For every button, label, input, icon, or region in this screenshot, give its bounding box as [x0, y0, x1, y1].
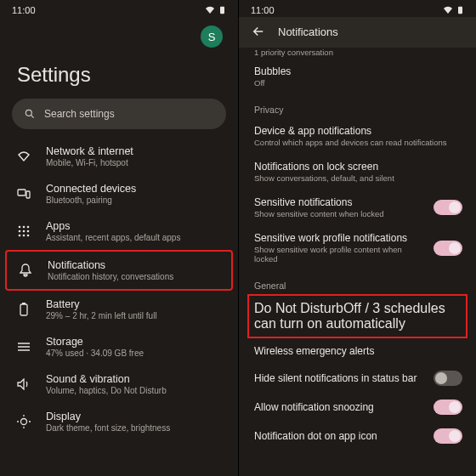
status-icons: [205, 6, 226, 14]
battery-icon: [456, 6, 464, 14]
row-bubbles[interactable]: BubblesOff: [239, 59, 476, 94]
row-label: Sensitive notifications: [254, 196, 427, 208]
svg-point-6: [23, 226, 26, 229]
svg-point-13: [27, 235, 30, 237]
display-icon: [15, 415, 32, 428]
wifi-icon: [15, 150, 32, 162]
row-wea[interactable]: Wireless emergency alerts: [239, 338, 476, 364]
item-battery[interactable]: Battery29% – 2 hr, 2 min left until full: [5, 291, 233, 328]
section-privacy: Privacy: [239, 94, 476, 118]
svg-point-11: [19, 235, 21, 237]
svg-rect-0: [220, 7, 224, 14]
row-label: Bubbles: [254, 65, 462, 77]
notifications-screen: 11:00 Notifications 1 priority conversat…: [238, 0, 476, 476]
item-connected[interactable]: Connected devicesBluetooth, pairing: [5, 175, 233, 212]
item-sub: 29% – 2 hr, 2 min left until full: [46, 311, 224, 320]
item-label: Storage: [46, 336, 224, 348]
svg-rect-24: [458, 7, 462, 14]
item-sub: Dark theme, font size, brightness: [46, 423, 224, 433]
row-device-app[interactable]: Device & app notificationsControl which …: [239, 118, 476, 154]
item-sub: Assistant, recent apps, default apps: [46, 233, 224, 242]
status-time: 11:00: [12, 5, 36, 15]
svg-point-5: [19, 226, 21, 229]
apps-icon: [15, 225, 32, 237]
row-label: Device & app notifications: [254, 125, 462, 137]
search-input[interactable]: Search settings: [12, 99, 226, 129]
item-network[interactable]: Network & internetMobile, Wi-Fi, hotspot: [5, 138, 233, 175]
item-label: Network & internet: [46, 145, 224, 157]
item-label: Display: [46, 411, 224, 422]
svg-point-8: [19, 230, 21, 233]
item-sub: 47% used · 34.09 GB free: [46, 348, 224, 358]
item-storage[interactable]: Storage47% used · 34.09 GB free: [5, 328, 233, 366]
search-icon: [24, 108, 36, 120]
row-hide-silent[interactable]: Hide silent notifications in status bar: [239, 364, 476, 393]
header-bar: Notifications: [239, 17, 476, 48]
item-label: Notifications: [48, 259, 223, 271]
section-general: General: [239, 270, 476, 294]
wifi-icon: [443, 6, 453, 14]
toggle-sensitive[interactable]: [434, 200, 462, 215]
row-sub: Show conversations, default, and silent: [254, 173, 462, 183]
back-icon[interactable]: [251, 24, 266, 39]
row-label: Wireless emergency alerts: [254, 345, 462, 357]
row-lock-screen[interactable]: Notifications on lock screenShow convers…: [239, 154, 476, 190]
row-dot[interactable]: Notification dot on app icon: [239, 422, 476, 450]
row-label: Sensitive work profile notifications: [254, 232, 427, 244]
item-sub: Volume, haptics, Do Not Disturb: [46, 386, 224, 395]
svg-rect-14: [20, 304, 27, 315]
row-label: Allow notification snoozing: [254, 401, 427, 413]
item-sound[interactable]: Sound & vibrationVolume, haptics, Do Not…: [5, 366, 233, 403]
status-icons: [443, 6, 464, 14]
page-title: Settings: [0, 48, 238, 99]
avatar[interactable]: S: [201, 26, 223, 48]
row-label: Notifications on lock screen: [254, 161, 462, 173]
toggle-sensitive-work[interactable]: [434, 241, 462, 256]
item-apps[interactable]: AppsAssistant, recent apps, default apps: [5, 212, 233, 250]
sound-icon: [15, 378, 32, 390]
svg-point-7: [27, 226, 30, 229]
item-display[interactable]: DisplayDark theme, font size, brightness: [5, 403, 233, 440]
wifi-icon: [205, 6, 215, 14]
item-label: Sound & vibration: [46, 373, 224, 385]
item-sub: Mobile, Wi-Fi, hotspot: [46, 158, 224, 167]
settings-screen: 11:00 S Settings Search settings Network…: [0, 0, 238, 476]
svg-line-2: [31, 116, 34, 118]
toggle-dot[interactable]: [434, 428, 462, 444]
svg-point-19: [21, 419, 27, 425]
row-sub: Show sensitive work profile content when…: [254, 245, 427, 264]
svg-point-12: [23, 235, 26, 237]
row-sensitive-work[interactable]: Sensitive work profile notificationsShow…: [239, 225, 476, 270]
header-title: Notifications: [278, 26, 338, 38]
row-snooze[interactable]: Allow notification snoozing: [239, 393, 476, 422]
item-sub: Notification history, conversations: [48, 272, 223, 281]
bell-icon: [17, 264, 34, 277]
item-label: Apps: [46, 220, 224, 232]
status-bar: 11:00: [239, 0, 476, 17]
row-label: Hide silent notifications in status bar: [254, 372, 427, 384]
row-sub: Off: [254, 78, 462, 88]
settings-list: Network & internetMobile, Wi-Fi, hotspot…: [0, 138, 238, 476]
status-time: 11:00: [251, 5, 275, 15]
item-notifications[interactable]: NotificationsNotification history, conve…: [5, 250, 233, 291]
status-bar: 11:00: [0, 0, 238, 17]
row-sensitive[interactable]: Sensitive notificationsShow sensitive co…: [239, 190, 476, 225]
toggle-hide-silent[interactable]: [434, 371, 462, 386]
item-label: Connected devices: [46, 183, 224, 195]
svg-rect-15: [22, 303, 26, 304]
battery-icon: [15, 303, 32, 316]
item-label: Battery: [46, 298, 224, 310]
priority-conversation-line: 1 priority conversation: [239, 48, 476, 59]
svg-point-1: [26, 110, 31, 116]
search-placeholder: Search settings: [44, 108, 115, 120]
toggle-snooze[interactable]: [434, 400, 462, 415]
row-label: Notification dot on app icon: [254, 430, 427, 442]
storage-icon: [15, 342, 32, 352]
svg-point-10: [27, 230, 30, 233]
svg-point-9: [23, 230, 26, 233]
item-sub: Bluetooth, pairing: [46, 196, 224, 205]
svg-rect-4: [26, 191, 30, 198]
row-sub: Control which apps and devices can read …: [254, 138, 462, 147]
row-dnd[interactable]: Do Not DisturbOff / 3 schedules can turn…: [247, 294, 468, 338]
svg-rect-3: [18, 190, 26, 196]
